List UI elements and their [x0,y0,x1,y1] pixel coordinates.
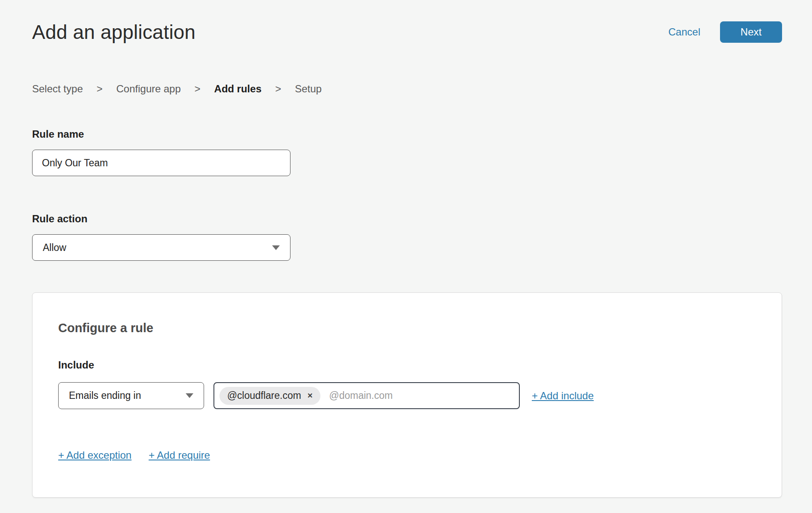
page-title: Add an application [32,21,196,44]
domain-entry-input[interactable] [328,389,514,402]
breadcrumb-separator: > [195,83,201,95]
breadcrumb-step-configure-app[interactable]: Configure app [116,83,181,95]
rule-action-select[interactable]: Allow [32,234,290,261]
include-selector-select[interactable]: Emails ending in [58,382,204,409]
breadcrumb-step-select-type[interactable]: Select type [32,83,83,95]
configure-rule-title: Configure a rule [58,321,756,335]
page-header: Add an application Cancel Next [32,0,782,44]
breadcrumb: Select type > Configure app > Add rules … [32,83,782,95]
breadcrumb-step-add-rules: Add rules [214,83,262,95]
add-exception-link[interactable]: + Add exception [58,449,131,461]
chevron-down-icon [186,393,193,398]
rule-action-selected-value: Allow [43,242,66,254]
add-include-link[interactable]: + Add include [532,390,594,402]
rule-links-row: + Add exception + Add require [58,449,756,461]
include-selector-value: Emails ending in [69,390,141,401]
cancel-button[interactable]: Cancel [668,26,700,38]
rule-name-input[interactable] [32,150,290,176]
chevron-down-icon [272,245,280,250]
include-rule-row: Emails ending in @cloudflare.com ✕ + Add… [58,382,756,409]
rule-action-label: Rule action [32,213,782,225]
rule-name-field: Rule name [32,128,782,176]
email-domain-tag-label: @cloudflare.com [227,390,301,401]
header-actions: Cancel Next [668,21,782,43]
include-label: Include [58,359,756,371]
remove-tag-icon[interactable]: ✕ [307,392,313,399]
add-application-page: Add an application Cancel Next Select ty… [0,0,812,498]
next-button[interactable]: Next [720,21,782,43]
breadcrumb-separator: > [275,83,281,95]
add-require-link[interactable]: + Add require [148,449,210,461]
breadcrumb-step-setup[interactable]: Setup [295,83,322,95]
email-domain-tag: @cloudflare.com ✕ [219,387,320,405]
breadcrumb-separator: > [97,83,103,95]
rule-action-field: Rule action Allow [32,213,782,261]
rule-name-label: Rule name [32,128,782,140]
configure-rule-card: Configure a rule Include Emails ending i… [32,292,782,498]
include-value-tag-input[interactable]: @cloudflare.com ✕ [213,382,520,409]
